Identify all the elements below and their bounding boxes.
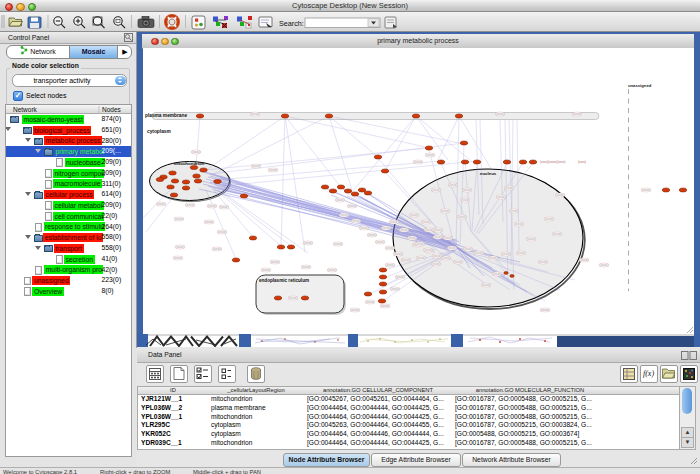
svg-text:(xxxxx): (xxxxx) (432, 188, 441, 192)
svg-text:(xxxxx): (xxxxx) (302, 265, 311, 269)
svg-text:plasma membrane: plasma membrane (145, 113, 187, 118)
svg-text:(xxxxx): (xxxxx) (208, 204, 217, 208)
svg-text:(xxxxx): (xxxxx) (493, 272, 502, 276)
svg-text:(xxxxx): (xxxxx) (157, 202, 166, 206)
svg-text:(xxxxx): (xxxxx) (175, 217, 184, 221)
svg-text:(xxxxx): (xxxxx) (417, 256, 426, 260)
svg-text:(xxxxx): (xxxxx) (416, 242, 425, 246)
svg-text:nucleus: nucleus (480, 171, 497, 176)
svg-text:(xxxxx): (xxxxx) (496, 112, 505, 116)
svg-text:(xxxxx): (xxxxx) (340, 213, 349, 217)
svg-text:(xxxxx): (xxxxx) (489, 256, 498, 260)
svg-text:(xxxxx): (xxxxx) (382, 226, 391, 230)
svg-text:(xxxxx): (xxxxx) (441, 209, 450, 213)
svg-text:(xxxxx): (xxxxx) (432, 262, 441, 266)
svg-text:(xxxxx): (xxxxx) (482, 283, 491, 287)
svg-text:(xxxxx): (xxxxx) (475, 251, 484, 255)
svg-text:(xxxxx): (xxxxx) (336, 198, 345, 202)
svg-text:(xxxxx): (xxxxx) (400, 228, 409, 232)
svg-text:(xxxx): (xxxx) (578, 160, 586, 164)
svg-text:(xxxxx): (xxxxx) (376, 240, 385, 244)
svg-text:(xxxxx): (xxxxx) (573, 112, 582, 116)
svg-text:(xxxxx): (xxxxx) (434, 235, 443, 239)
svg-text:(xxxxx): (xxxxx) (434, 228, 443, 232)
svg-text:(xxxxx): (xxxxx) (328, 268, 337, 272)
svg-text:(xxxxx): (xxxxx) (515, 222, 524, 226)
svg-text:(xxxxx): (xxxxx) (541, 308, 550, 312)
svg-text:(xxxxx): (xxxxx) (402, 258, 411, 262)
svg-text:(xxxxx): (xxxxx) (425, 228, 434, 232)
svg-text:(xxxxx): (xxxxx) (510, 209, 519, 213)
svg-text:(xxxxx): (xxxxx) (174, 256, 183, 260)
svg-text:(xxxxx): (xxxxx) (497, 195, 506, 199)
svg-text:(xxxxx): (xxxxx) (192, 150, 201, 154)
svg-text:(xxxxx): (xxxxx) (176, 245, 185, 249)
svg-text:Search:: Search: (279, 19, 304, 28)
svg-text:(xxxxx): (xxxxx) (386, 246, 395, 250)
svg-text:(xxxxx): (xxxxx) (205, 220, 214, 224)
svg-text:(xxxxx): (xxxxx) (461, 198, 470, 202)
svg-text:(xxxxx): (xxxxx) (251, 112, 260, 116)
svg-text:(xxxxx): (xxxxx) (463, 188, 472, 192)
svg-text:(xxxxx): (xxxxx) (642, 188, 651, 192)
svg-text:mitochondrion: mitochondrion (174, 161, 205, 166)
svg-text:(xxxxx): (xxxxx) (410, 213, 419, 217)
svg-text:(xxxxx): (xxxxx) (213, 247, 222, 251)
svg-text:(xxxxx): (xxxxx) (424, 248, 433, 252)
svg-text:(xxxxx): (xxxxx) (556, 193, 565, 197)
svg-text:(xxxxx): (xxxxx) (545, 217, 554, 221)
svg-text:endoplasmic reticulum: endoplasmic reticulum (259, 278, 309, 283)
svg-text:(xxxxx): (xxxxx) (408, 236, 417, 240)
svg-text:(xxxxx): (xxxxx) (448, 246, 457, 250)
svg-text:(xxxxx): (xxxxx) (269, 168, 278, 172)
svg-text:(xxxxx): (xxxxx) (442, 256, 451, 260)
svg-text:(xxxxx): (xxxxx) (527, 237, 536, 241)
svg-text:cytoplasm: cytoplasm (147, 129, 171, 134)
svg-text:(xxxxx): (xxxxx) (220, 205, 229, 209)
svg-text:(xxxxx): (xxxxx) (186, 203, 195, 207)
svg-text:(xxxxx): (xxxxx) (334, 242, 343, 246)
svg-text:(xxxxx): (xxxxx) (517, 251, 526, 255)
svg-text:(xxxxx): (xxxxx) (553, 232, 562, 236)
svg-text:(xxxxx): (xxxxx) (464, 247, 473, 251)
svg-text:(xxxxx): (xxxxx) (539, 260, 548, 264)
svg-text:(xxxxx): (xxxxx) (422, 220, 431, 224)
svg-text:(xxxxx): (xxxxx) (396, 275, 405, 279)
svg-text:(xxxxx): (xxxxx) (304, 241, 313, 245)
svg-text:(xxxxx): (xxxxx) (505, 186, 514, 190)
svg-text:(xxxxx): (xxxxx) (449, 183, 458, 187)
svg-text:(xxxxx): (xxxxx) (426, 153, 435, 157)
svg-text:(xxxxx): (xxxxx) (289, 296, 298, 300)
svg-text:(xxxxx): (xxxxx) (381, 304, 390, 308)
svg-text:(xxxxx): (xxxxx) (600, 263, 609, 267)
svg-text:(xxxxx): (xxxxx) (458, 215, 467, 219)
svg-text:(xxxxx): (xxxxx) (368, 233, 377, 237)
svg-text:(xxxxx): (xxxxx) (394, 252, 403, 256)
svg-text:(xxxxx): (xxxxx) (262, 268, 271, 272)
svg-text:(xxxxx): (xxxxx) (360, 226, 369, 230)
svg-text:(xxxxx): (xxxxx) (502, 252, 511, 256)
svg-text:(xxxxx): (xxxxx) (390, 220, 399, 224)
svg-text:(xxxxx): (xxxxx) (580, 258, 589, 262)
svg-text:(xxxxx): (xxxxx) (386, 263, 395, 267)
svg-text:(xxxxx): (xxxxx) (444, 236, 453, 240)
svg-text:(xxxxx): (xxxxx) (252, 164, 261, 168)
svg-text:(xxxxx): (xxxxx) (433, 254, 442, 258)
svg-text:(xxxxx): (xxxxx) (414, 160, 423, 164)
svg-text:(xxxxx): (xxxxx) (366, 300, 375, 304)
svg-text:unassigned: unassigned (628, 83, 652, 88)
svg-text:(xxxxx): (xxxxx) (352, 219, 361, 223)
svg-text:(xxxxx): (xxxxx) (348, 204, 357, 208)
svg-text:(xxxx)(xxxxx)(xxxx): (xxxx)(xxxxx)(xxxx) (540, 160, 566, 164)
svg-text:(xxxxx): (xxxxx) (454, 260, 463, 264)
svg-text:(xxxxx): (xxxxx) (391, 287, 400, 291)
svg-text:(xxxxx): (xxxxx) (218, 230, 227, 234)
svg-text:(xxxxx): (xxxxx) (271, 260, 280, 264)
svg-text:(xxxxx): (xxxxx) (351, 308, 360, 312)
